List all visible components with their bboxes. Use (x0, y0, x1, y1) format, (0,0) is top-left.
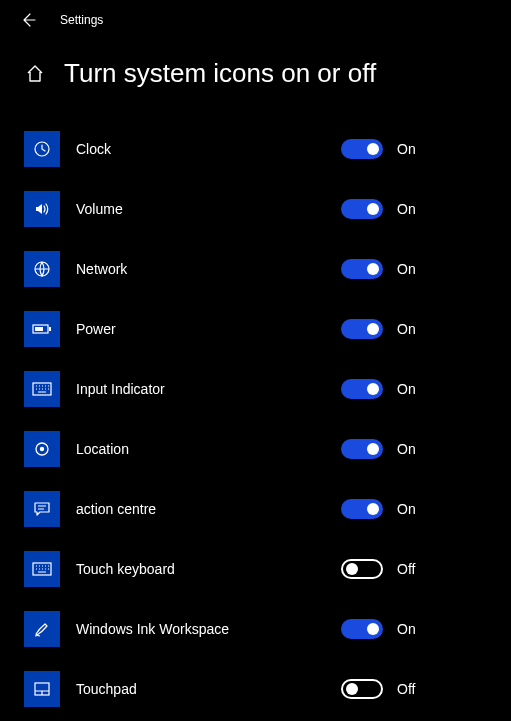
tile-touchpad (24, 671, 60, 707)
label-touch-keyboard: Touch keyboard (76, 561, 341, 577)
label-action-centre: action centre (76, 501, 341, 517)
icon-toggle-list: Clock On Volume On Network On (0, 89, 511, 719)
state-network: On (397, 261, 416, 277)
clock-icon (33, 140, 51, 158)
state-volume: On (397, 201, 416, 217)
toggle-touchpad[interactable] (341, 679, 383, 699)
row-location: Location On (24, 419, 511, 479)
title-row: Turn system icons on or off (0, 40, 511, 89)
state-clock: On (397, 141, 416, 157)
toggle-input-indicator[interactable] (341, 379, 383, 399)
tile-network (24, 251, 60, 287)
touchpad-icon (33, 681, 51, 697)
page-title: Turn system icons on or off (64, 58, 376, 89)
label-windows-ink: Windows Ink Workspace (76, 621, 341, 637)
tile-power (24, 311, 60, 347)
label-clock: Clock (76, 141, 341, 157)
label-network: Network (76, 261, 341, 277)
tile-clock (24, 131, 60, 167)
header-bar: Settings (0, 0, 511, 40)
header-app-name: Settings (60, 13, 103, 27)
volume-icon (33, 200, 51, 218)
keyboard-icon (32, 382, 52, 396)
toggle-action-centre[interactable] (341, 499, 383, 519)
home-button[interactable] (24, 63, 46, 85)
row-network: Network On (24, 239, 511, 299)
state-touchpad: Off (397, 681, 415, 697)
touchkb-icon (32, 562, 52, 576)
toggle-network[interactable] (341, 259, 383, 279)
home-icon (25, 64, 45, 84)
state-location: On (397, 441, 416, 457)
label-touchpad: Touchpad (76, 681, 341, 697)
tile-input-indicator (24, 371, 60, 407)
toggle-location[interactable] (341, 439, 383, 459)
state-power: On (397, 321, 416, 337)
toggle-clock[interactable] (341, 139, 383, 159)
globe-icon (33, 260, 51, 278)
row-windows-ink: Windows Ink Workspace On (24, 599, 511, 659)
label-location: Location (76, 441, 341, 457)
svg-rect-4 (49, 327, 51, 331)
toggle-windows-ink[interactable] (341, 619, 383, 639)
row-action-centre: action centre On (24, 479, 511, 539)
state-input-indicator: On (397, 381, 416, 397)
tile-volume (24, 191, 60, 227)
toggle-power[interactable] (341, 319, 383, 339)
tile-windows-ink (24, 611, 60, 647)
row-touchpad: Touchpad Off (24, 659, 511, 719)
pen-icon (33, 620, 51, 638)
row-volume: Volume On (24, 179, 511, 239)
row-clock: Clock On (24, 119, 511, 179)
tile-action-centre (24, 491, 60, 527)
label-input-indicator: Input Indicator (76, 381, 341, 397)
message-icon (33, 500, 51, 518)
toggle-volume[interactable] (341, 199, 383, 219)
svg-rect-3 (35, 327, 43, 331)
battery-icon (32, 322, 52, 336)
row-touch-keyboard: Touch keyboard Off (24, 539, 511, 599)
state-action-centre: On (397, 501, 416, 517)
back-button[interactable] (20, 12, 36, 28)
arrow-left-icon (20, 12, 36, 28)
location-icon (33, 440, 51, 458)
label-power: Power (76, 321, 341, 337)
label-volume: Volume (76, 201, 341, 217)
row-input-indicator: Input Indicator On (24, 359, 511, 419)
svg-point-7 (40, 447, 44, 451)
state-windows-ink: On (397, 621, 416, 637)
toggle-touch-keyboard[interactable] (341, 559, 383, 579)
state-touch-keyboard: Off (397, 561, 415, 577)
row-power: Power On (24, 299, 511, 359)
tile-location (24, 431, 60, 467)
tile-touch-keyboard (24, 551, 60, 587)
